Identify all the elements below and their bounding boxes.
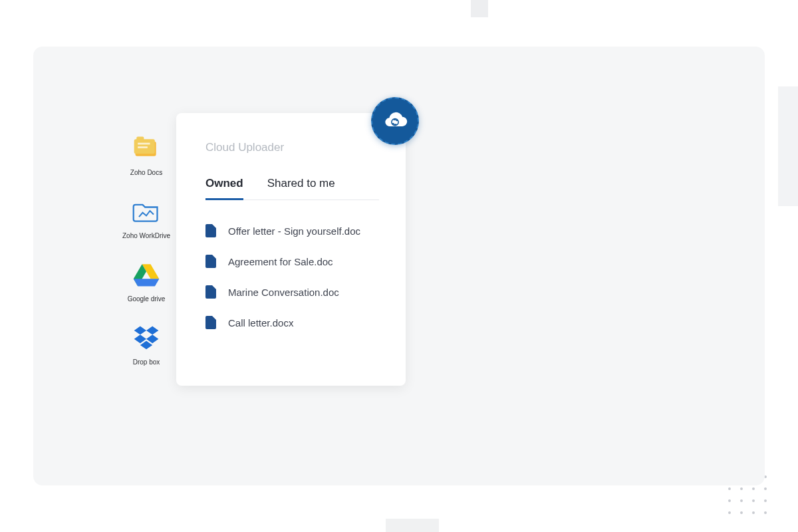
svg-rect-3 bbox=[138, 143, 150, 145]
source-zoho-workdrive[interactable]: Zoho WorkDrive bbox=[106, 196, 186, 239]
decoration-top bbox=[471, 0, 488, 17]
document-icon bbox=[205, 224, 216, 237]
document-icon bbox=[205, 285, 216, 299]
decoration-right bbox=[778, 86, 798, 206]
tab-shared-to-me[interactable]: Shared to me bbox=[267, 177, 335, 200]
svg-marker-8 bbox=[134, 279, 160, 286]
app-canvas: Zoho Docs Zoho WorkDrive Google drive bbox=[33, 47, 765, 485]
source-label: Zoho WorkDrive bbox=[122, 232, 170, 239]
dropbox-icon bbox=[132, 323, 161, 352]
file-row[interactable]: Call letter.docx bbox=[205, 316, 379, 329]
source-google-drive[interactable]: Google drive bbox=[106, 259, 186, 303]
panel-title: Cloud Uploader bbox=[205, 141, 379, 154]
svg-marker-9 bbox=[134, 327, 146, 335]
svg-marker-13 bbox=[140, 341, 152, 350]
zoho-workdrive-icon bbox=[132, 196, 161, 225]
svg-marker-10 bbox=[146, 327, 158, 335]
cloud-sync-badge[interactable] bbox=[371, 97, 419, 145]
file-name: Call letter.docx bbox=[228, 317, 293, 329]
file-row[interactable]: Agreement for Sale.doc bbox=[205, 255, 379, 268]
document-icon bbox=[205, 255, 216, 268]
decoration-bottom bbox=[386, 519, 439, 532]
svg-rect-4 bbox=[138, 146, 148, 148]
svg-rect-2 bbox=[136, 137, 144, 142]
cloud-uploader-panel: Cloud Uploader Owned Shared to me Offer … bbox=[176, 113, 406, 386]
svg-marker-12 bbox=[146, 334, 158, 343]
svg-marker-11 bbox=[134, 334, 146, 343]
cloud-sources-list: Zoho Docs Zoho WorkDrive Google drive bbox=[106, 133, 186, 366]
panel-tabs: Owned Shared to me bbox=[205, 177, 379, 200]
document-icon bbox=[205, 316, 216, 329]
source-label: Drop box bbox=[133, 358, 160, 366]
source-zoho-docs[interactable]: Zoho Docs bbox=[106, 133, 186, 176]
tab-owned[interactable]: Owned bbox=[205, 177, 243, 200]
zoho-docs-icon bbox=[132, 133, 161, 162]
google-drive-icon bbox=[132, 259, 161, 289]
cloud-sync-icon bbox=[382, 111, 408, 131]
source-dropbox[interactable]: Drop box bbox=[106, 323, 186, 366]
file-name: Offer letter - Sign yourself.doc bbox=[228, 225, 360, 237]
file-row[interactable]: Marine Conversation.doc bbox=[205, 285, 379, 299]
file-list: Offer letter - Sign yourself.doc Agreeme… bbox=[205, 224, 379, 329]
source-label: Google drive bbox=[128, 295, 166, 303]
source-label: Zoho Docs bbox=[130, 169, 162, 176]
file-row[interactable]: Offer letter - Sign yourself.doc bbox=[205, 224, 379, 237]
file-name: Marine Conversation.doc bbox=[228, 287, 339, 298]
file-name: Agreement for Sale.doc bbox=[228, 256, 333, 267]
